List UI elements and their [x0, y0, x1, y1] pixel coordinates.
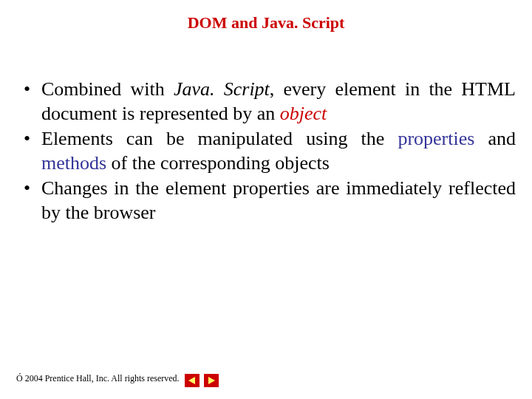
bullet-text: of the corresponding objects — [106, 152, 330, 174]
next-button[interactable] — [204, 374, 219, 387]
slide: DOM and Java. Script Combined with Java.… — [0, 0, 532, 399]
bullet-text: Changes in the element properties are im… — [41, 177, 516, 223]
bullet-keyword: properties — [398, 128, 474, 149]
slide-body: Combined with Java. Script, every elemen… — [19, 78, 516, 226]
svg-marker-0 — [188, 377, 195, 384]
footer: Ó 2004 Prentice Hall, Inc. All rights re… — [16, 373, 180, 384]
bullet-item: Combined with Java. Script, every elemen… — [19, 78, 516, 126]
copyright-symbol: Ó — [16, 373, 23, 384]
bullet-text: and — [474, 128, 516, 149]
slide-nav — [185, 374, 219, 387]
slide-title: DOM and Java. Script — [0, 13, 532, 33]
bullet-item: Changes in the element properties are im… — [19, 177, 516, 225]
footer-text: 2004 Prentice Hall, Inc. All rights rese… — [25, 373, 180, 384]
bullet-keyword: object — [280, 103, 327, 124]
svg-marker-1 — [208, 377, 215, 384]
triangle-right-icon — [207, 376, 216, 385]
bullet-text: Elements can be manipulated using the — [41, 128, 398, 149]
triangle-left-icon — [188, 376, 197, 385]
bullet-keyword: methods — [41, 152, 106, 174]
bullet-emph: Java. Script — [174, 78, 270, 100]
prev-button[interactable] — [185, 374, 200, 387]
bullet-text: Combined with — [41, 78, 174, 100]
bullet-item: Elements can be manipulated using the pr… — [19, 127, 516, 175]
